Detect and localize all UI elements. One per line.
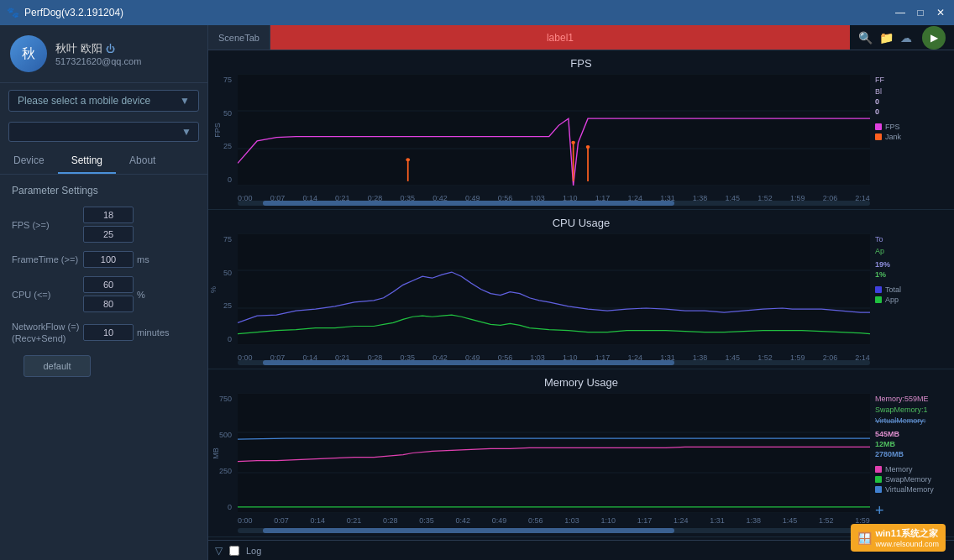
search-dropdown-arrow: ▼ bbox=[181, 126, 191, 138]
memory-x-axis: 0:000:070:140:210:28 0:350:420:490:561:0… bbox=[238, 516, 870, 525]
fps-dot bbox=[875, 123, 882, 130]
watermark: 🪟 win11系统之家 www.relsound.com bbox=[851, 524, 946, 552]
default-button[interactable]: default bbox=[24, 355, 91, 377]
log-label: Log bbox=[246, 546, 261, 556]
app-search-box[interactable]: ▼ bbox=[8, 122, 199, 142]
fps-svg bbox=[238, 74, 870, 186]
tab-setting[interactable]: Setting bbox=[58, 149, 116, 174]
total-dot bbox=[875, 286, 882, 293]
mem-legend-virtual: VirtualMemory bbox=[875, 485, 951, 494]
memory-scrollbar[interactable] bbox=[238, 528, 870, 533]
close-button[interactable]: ✕ bbox=[934, 6, 947, 19]
device-selector-label: Please select a mobile device bbox=[18, 95, 150, 107]
power-icon[interactable]: ⏻ bbox=[106, 44, 115, 54]
cpu-scrollbar[interactable] bbox=[238, 360, 870, 365]
cpu-input-2[interactable] bbox=[83, 296, 134, 312]
frametime-unit: ms bbox=[137, 254, 149, 264]
scene-tab-content: label1 bbox=[270, 25, 850, 50]
tab-about[interactable]: About bbox=[116, 149, 169, 174]
memory-chart-title: Memory Usage bbox=[208, 376, 954, 389]
svg-point-9 bbox=[586, 145, 590, 149]
cpu-param-label: CPU (<=) bbox=[12, 290, 83, 300]
folder-icon[interactable]: 📁 bbox=[879, 31, 894, 44]
frametime-input[interactable] bbox=[83, 251, 134, 268]
fps-input-1[interactable] bbox=[83, 207, 134, 223]
scene-tabbar: SceneTab label1 🔍 📁 ☁ ▶ bbox=[208, 25, 954, 50]
cpu-svg bbox=[238, 233, 870, 345]
cpu-param-row: CPU (<=) % bbox=[12, 276, 196, 312]
app-title-text: PerfDog(v3.2.191204) bbox=[24, 7, 123, 18]
cpu-chart-section: CPU Usage % 75 50 25 0 bbox=[208, 210, 954, 369]
memory-legend: Memory:559ME SwapMemory:1 VirtualMemory:… bbox=[875, 395, 951, 520]
memory-y-axis: 750 500 250 0 bbox=[208, 395, 235, 511]
networkflow-unit: minutes bbox=[137, 327, 170, 338]
sidebar-tabs: Device Setting About bbox=[0, 149, 207, 175]
titlebar: 🐾 PerfDog(v3.2.191204) — □ ✕ bbox=[0, 0, 954, 25]
main-content: SceneTab label1 🔍 📁 ☁ ▶ FPS FPS 75 50 2 bbox=[208, 25, 954, 560]
user-name: 秋叶 欧阳 ⏻ bbox=[55, 41, 141, 56]
networkflow-inputs bbox=[83, 324, 134, 341]
log-bar: ▽ Log bbox=[208, 540, 954, 560]
fps-inputs bbox=[83, 207, 134, 243]
sidebar: 秋 秋叶 欧阳 ⏻ 517321620@qq.com Please select… bbox=[0, 25, 208, 560]
memory-dot bbox=[875, 466, 882, 473]
swap-dot bbox=[875, 476, 882, 483]
fps-chart: FPS FPS 75 50 25 0 bbox=[208, 50, 954, 209]
charts-area: FPS FPS 75 50 25 0 bbox=[208, 50, 954, 540]
jank-dot bbox=[875, 133, 882, 140]
frametime-param-row: FrameTime (>=) ms bbox=[12, 251, 196, 268]
frametime-param-label: FrameTime (>=) bbox=[12, 254, 83, 264]
tab-device[interactable]: Device bbox=[0, 149, 58, 174]
scene-tab-label[interactable]: SceneTab bbox=[208, 25, 270, 50]
device-selector[interactable]: Please select a mobile device ▼ bbox=[8, 90, 199, 112]
maximize-button[interactable]: □ bbox=[914, 6, 927, 19]
fps-param-row: FPS (>=) bbox=[12, 207, 196, 243]
cpu-chart-title: CPU Usage bbox=[208, 217, 954, 229]
networkflow-param-row: NetworkFlow (=)(Recv+Send) minutes bbox=[12, 321, 196, 345]
cpu-unit: % bbox=[137, 290, 145, 300]
log-expand-arrow[interactable]: ▽ bbox=[215, 545, 223, 557]
app-body: 秋 秋叶 欧阳 ⏻ 517321620@qq.com Please select… bbox=[0, 25, 954, 560]
networkflow-param-label: NetworkFlow (=)(Recv+Send) bbox=[12, 321, 83, 345]
fps-legend-fps: FPS bbox=[875, 123, 951, 131]
cpu-canvas bbox=[238, 233, 870, 345]
memory-chart-section: Memory Usage MB 750 500 250 0 bbox=[208, 369, 954, 537]
cpu-inputs bbox=[83, 276, 134, 312]
watermark-url: www.relsound.com bbox=[875, 540, 939, 548]
cpu-legend: To Ap 19% 1% Total App bbox=[875, 235, 951, 304]
fps-chart-section: FPS FPS 75 50 25 0 bbox=[208, 50, 954, 210]
fps-chart-title: FPS bbox=[208, 57, 954, 70]
app-icon: 🐾 bbox=[7, 7, 19, 18]
networkflow-input[interactable] bbox=[83, 324, 134, 341]
parameter-settings: Parameter Settings FPS (>=) FrameTime (>… bbox=[0, 175, 207, 560]
svg-point-5 bbox=[406, 158, 410, 161]
fps-legend: FF Bl 0 0 FPS Jank bbox=[875, 76, 951, 141]
cpu-input-1[interactable] bbox=[83, 276, 134, 293]
cpu-legend-app: App bbox=[875, 296, 951, 304]
fps-input-2[interactable] bbox=[83, 226, 134, 243]
device-selector-arrow: ▼ bbox=[180, 95, 190, 107]
user-email: 517321620@qq.com bbox=[55, 56, 141, 66]
fps-legend-jank: Jank bbox=[875, 133, 951, 141]
cpu-chart: CPU Usage % 75 50 25 0 bbox=[208, 210, 954, 369]
app-dot bbox=[875, 296, 882, 303]
mem-legend-memory: Memory bbox=[875, 465, 951, 474]
avatar: 秋 bbox=[10, 35, 47, 72]
user-area: 秋 秋叶 欧阳 ⏻ 517321620@qq.com bbox=[0, 25, 207, 83]
log-checkbox[interactable] bbox=[229, 546, 239, 556]
fps-canvas bbox=[238, 74, 870, 186]
add-metric-button[interactable]: + bbox=[875, 502, 951, 520]
memory-svg bbox=[238, 393, 870, 513]
svg-point-7 bbox=[571, 141, 575, 144]
app-title: 🐾 PerfDog(v3.2.191204) bbox=[7, 7, 123, 18]
minimize-button[interactable]: — bbox=[894, 6, 907, 19]
memory-canvas bbox=[238, 393, 870, 513]
play-button[interactable]: ▶ bbox=[922, 26, 946, 50]
search-icon[interactable]: 🔍 bbox=[858, 31, 873, 44]
fps-scrollbar[interactable] bbox=[238, 201, 870, 206]
fps-y-axis: 75 50 25 0 bbox=[208, 76, 235, 184]
cloud-icon[interactable]: ☁ bbox=[900, 31, 912, 44]
fps-param-label: FPS (>=) bbox=[12, 220, 83, 230]
cpu-y-axis: 75 50 25 0 bbox=[208, 235, 235, 343]
watermark-title: win11系统之家 bbox=[875, 527, 939, 540]
